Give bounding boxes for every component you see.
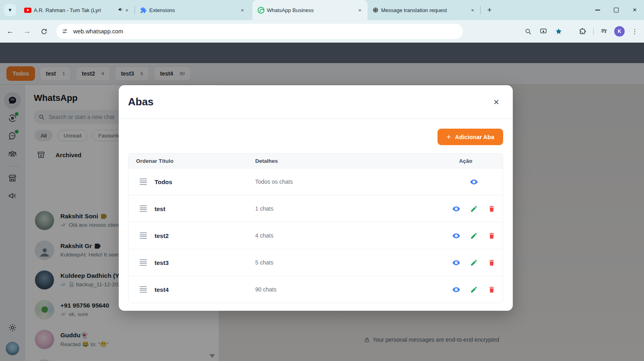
tab-row-title: test2: [155, 232, 169, 239]
eye-icon: [452, 258, 460, 267]
address-bar[interactable]: web.whatsapp.com: [56, 24, 463, 39]
delete-tab-button[interactable]: [483, 281, 500, 297]
tab-row-details: 90 chats: [255, 286, 434, 293]
tab-row-details: Todos os chats: [255, 178, 434, 185]
plus-icon: +: [446, 133, 451, 142]
pencil-icon: [470, 286, 478, 293]
window-restore-button[interactable]: [607, 0, 625, 20]
back-button[interactable]: ←: [3, 25, 17, 38]
pencil-icon: [470, 259, 478, 267]
table-header-row: Ordenar Título Detalhes Ação: [128, 154, 503, 168]
drag-handle-icon[interactable]: [140, 205, 147, 212]
window-controls: ×: [588, 0, 644, 20]
tab-row-details: 4 chats: [255, 232, 434, 239]
view-tab-button[interactable]: [465, 174, 483, 190]
window-minimize-button[interactable]: [588, 0, 607, 20]
delete-tab-button[interactable]: [483, 228, 500, 244]
add-tab-button[interactable]: + Adicionar Aba: [438, 129, 503, 145]
page-content: ▼ + Todos test1 test24: [0, 43, 644, 361]
avatar-initial: K: [614, 26, 625, 37]
column-header-order-title: Ordenar Título: [128, 158, 255, 164]
tab-search-button[interactable]: ▼: [4, 4, 16, 16]
browser-tab-extensions[interactable]: Extensions ×: [135, 0, 250, 20]
table-row: test4 90 chats: [128, 276, 503, 303]
view-tab-button[interactable]: [447, 228, 465, 244]
window-close-button[interactable]: ×: [625, 0, 644, 20]
tab-row-title: Todos: [155, 178, 172, 185]
media-playlist-icon[interactable]: [597, 25, 611, 38]
browser-tab-chatgpt[interactable]: Message translation request ×: [367, 0, 480, 20]
view-tab-button[interactable]: [447, 281, 465, 297]
edit-tab-button[interactable]: [465, 254, 483, 271]
forward-button[interactable]: →: [20, 25, 34, 38]
drag-handle-icon[interactable]: [140, 286, 147, 293]
close-tab-icon[interactable]: ×: [356, 6, 363, 14]
toolbar-separator: [593, 28, 594, 35]
view-tab-button[interactable]: [447, 254, 465, 271]
add-tab-button-label: Adicionar Aba: [455, 134, 494, 140]
modal-body: + Adicionar Aba Ordenar Título Detalhes …: [119, 119, 513, 303]
profile-avatar[interactable]: K: [613, 25, 626, 38]
install-app-icon[interactable]: [537, 25, 550, 38]
new-tab-button[interactable]: +: [484, 4, 495, 16]
abas-modal: Abas × + Adicionar Aba Ordenar Título De…: [119, 85, 513, 311]
column-header-action: Ação: [434, 158, 503, 164]
view-tab-button[interactable]: [447, 201, 465, 217]
close-tab-icon[interactable]: ×: [123, 6, 130, 14]
reload-button[interactable]: [37, 25, 51, 38]
browser-tab-youtube[interactable]: A.R. Rahman - Tum Tak (Lyri ×: [19, 0, 134, 20]
tab-row-title: test: [155, 205, 165, 212]
tabs-table: Ordenar Título Detalhes Ação Todos Todos…: [128, 153, 503, 303]
edit-tab-button[interactable]: [465, 281, 483, 297]
table-row: Todos Todos os chats: [128, 168, 503, 195]
tab-row-details: 1 chats: [255, 205, 434, 212]
tab-row-title: test4: [155, 286, 169, 293]
browser-tabstrip: ▼ A.R. Rahman - Tum Tak (Lyri × Extensio…: [0, 0, 644, 20]
tab-row-title: test3: [155, 259, 169, 266]
trash-icon: [488, 259, 495, 267]
trash-icon: [488, 286, 495, 293]
browser-tab-whatsapp-active[interactable]: WhatsApp Business ×: [252, 0, 367, 20]
audio-playing-icon[interactable]: [118, 7, 123, 13]
pencil-icon: [470, 205, 478, 213]
youtube-icon: [24, 6, 31, 14]
eye-icon: [452, 205, 460, 213]
tab-title: A.R. Rahman - Tum Tak (Lyri: [34, 7, 115, 13]
close-tab-icon[interactable]: ×: [239, 6, 246, 14]
modal-header: Abas ×: [119, 85, 513, 119]
drag-handle-icon[interactable]: [140, 259, 147, 266]
chrome-menu-icon[interactable]: ⋮: [628, 25, 642, 38]
table-row: test3 5 chats: [128, 249, 503, 276]
trash-icon: [488, 205, 495, 213]
edit-tab-button[interactable]: [465, 228, 483, 244]
eye-icon: [470, 178, 478, 186]
edit-tab-button[interactable]: [465, 201, 483, 217]
url-text: web.whatsapp.com: [73, 28, 123, 35]
tab-row-details: 5 chats: [255, 259, 434, 266]
bookmark-star-icon[interactable]: [552, 25, 566, 38]
extensions-puzzle-icon: [140, 6, 147, 14]
table-row: test 1 chats: [128, 195, 503, 222]
pencil-icon: [470, 232, 478, 240]
tab-title: Extensions: [149, 7, 236, 13]
close-tab-icon[interactable]: ×: [469, 6, 476, 14]
site-info-icon[interactable]: [60, 26, 70, 37]
drag-handle-icon[interactable]: [140, 232, 147, 239]
chatgpt-icon: [372, 7, 379, 13]
whatsapp-icon: [257, 6, 264, 14]
zoom-icon[interactable]: [521, 25, 535, 38]
close-icon[interactable]: ×: [490, 96, 502, 108]
tab-title: Message translation request: [381, 7, 466, 13]
tab-separator: [480, 6, 481, 14]
column-header-details: Detalhes: [255, 158, 434, 164]
modal-title: Abas: [128, 96, 154, 108]
delete-tab-button[interactable]: [483, 254, 500, 271]
drag-handle-icon[interactable]: [140, 178, 147, 185]
tab-title: WhatsApp Business: [267, 7, 354, 13]
eye-icon: [452, 285, 460, 294]
extensions-icon[interactable]: [576, 25, 590, 38]
delete-tab-button[interactable]: [483, 201, 500, 217]
toolbar-right-icons: K ⋮: [521, 25, 642, 38]
eye-icon: [452, 232, 460, 240]
browser-toolbar: ← → web.whatsapp.com K ⋮: [0, 20, 644, 43]
